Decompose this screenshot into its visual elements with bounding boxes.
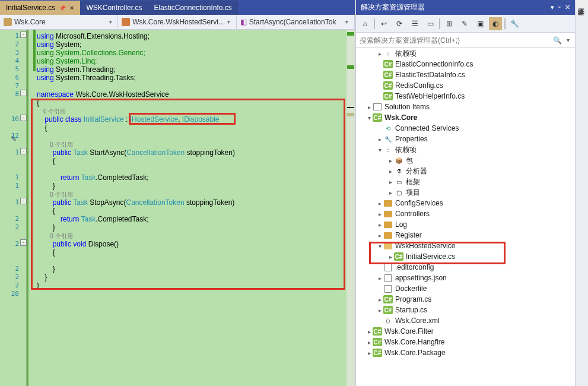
code-line[interactable]: 0 个引用	[37, 140, 73, 149]
showall-icon[interactable]: ⊞	[443, 17, 456, 30]
editor-tab[interactable]: InitialService.cs📌✕	[0, 1, 80, 15]
diagnostics-tab[interactable]: 诊断工具	[576, 0, 587, 7]
tree-node[interactable]: C#Startup.cs	[356, 305, 575, 315]
tree-node[interactable]: C#Program.cs	[356, 294, 575, 305]
expand-toggle[interactable]	[376, 307, 383, 314]
tree-node[interactable]: ▢项目	[356, 187, 575, 198]
code-line[interactable]: public Task StartAsync(CancellationToken…	[37, 148, 235, 157]
expand-toggle[interactable]	[376, 232, 383, 239]
expand-toggle[interactable]	[365, 350, 373, 356]
code-line[interactable]: namespace Wsk.Core.WskHostedService	[37, 90, 169, 99]
tree-node[interactable]: C#ElasticTestDataInfo.cs	[356, 69, 575, 80]
home-icon[interactable]: ⌂	[358, 17, 371, 30]
solution-tree[interactable]: ⛬依赖项C#ElasticConnectionInfo.csC#ElasticT…	[356, 48, 575, 386]
tree-node[interactable]: ⟲Connected Services	[356, 123, 575, 134]
editor-tab[interactable]: WSKController.cs	[80, 1, 148, 15]
tree-node[interactable]: 📦包	[356, 155, 575, 166]
fold-toggle[interactable]: -	[20, 148, 27, 154]
code-line[interactable]: }	[37, 182, 55, 190]
expand-toggle[interactable]	[376, 275, 383, 281]
code-line[interactable]: 0 个引用	[37, 232, 73, 241]
close-icon[interactable]: ✕	[69, 5, 74, 11]
wrench-icon[interactable]: 🔧	[508, 17, 521, 30]
code-editor[interactable]: ✎ using Microsoft.Extensions.Hosting;usi…	[0, 30, 355, 386]
code-line[interactable]: {	[37, 248, 55, 257]
expand-toggle[interactable]	[387, 179, 394, 185]
expand-toggle[interactable]	[365, 339, 373, 346]
solution-search[interactable]: 🔍 ▾	[356, 33, 575, 48]
expand-toggle[interactable]	[376, 211, 383, 217]
expand-toggle[interactable]	[387, 168, 394, 175]
tree-node[interactable]: Register	[356, 230, 575, 241]
expand-toggle[interactable]	[387, 254, 394, 260]
collapse-icon[interactable]: ▣	[473, 17, 487, 30]
pin-icon[interactable]: 📌	[59, 5, 66, 11]
code-line[interactable]: }	[37, 265, 55, 273]
code-line[interactable]: using System;	[37, 40, 81, 49]
code-line[interactable]: using Microsoft.Extensions.Hosting;	[37, 32, 150, 40]
code-line[interactable]: }	[37, 273, 47, 281]
expand-toggle[interactable]	[376, 200, 383, 207]
expand-toggle[interactable]	[365, 104, 373, 110]
code-line[interactable]: 0 个引用	[37, 190, 73, 199]
preview-icon[interactable]: ◐	[489, 17, 502, 30]
sync-icon[interactable]: ⟳	[393, 17, 406, 30]
tree-node[interactable]: C#Wsk.Core.Package	[356, 347, 575, 358]
tree-node[interactable]: ⛬依赖项	[356, 48, 575, 59]
search-icon[interactable]: 🔍	[553, 36, 562, 45]
code-line[interactable]: using System.Linq;	[37, 57, 97, 65]
code-line[interactable]: {	[37, 124, 47, 132]
fold-toggle[interactable]: -	[20, 198, 27, 204]
chevron-down-icon[interactable]: ▾	[564, 37, 571, 43]
tree-node[interactable]: C#Wsk.Core.Hangfire	[356, 337, 575, 347]
code-line[interactable]: }	[37, 281, 39, 290]
tree-node[interactable]: ⟨⟩Wsk.Core.xml	[356, 315, 575, 326]
tree-node[interactable]: ▭框架	[356, 176, 575, 187]
editor-tab[interactable]: ElasticConnectionInfo.cs	[148, 1, 237, 15]
vertical-scrollbar[interactable]	[347, 30, 355, 386]
tree-node[interactable]: C#RedisConfig.cs	[356, 80, 575, 91]
tree-node[interactable]: appsettings.json	[356, 273, 575, 283]
code-line[interactable]: public class InitialService : IHostedSer…	[37, 115, 220, 124]
code-line[interactable]: return Task.CompletedTask;	[37, 173, 149, 182]
expand-toggle[interactable]	[376, 243, 383, 249]
close-icon[interactable]: ✕	[565, 4, 570, 11]
tree-node[interactable]: Log	[356, 219, 575, 230]
doc-icon[interactable]: ▭	[424, 17, 437, 30]
expand-toggle[interactable]	[387, 157, 394, 164]
code-line[interactable]: public void Dispose()	[37, 240, 119, 248]
code-line[interactable]: using System.Collections.Generic;	[37, 49, 145, 57]
tree-node[interactable]: 🔧Properties	[356, 134, 575, 144]
nav-project-dd[interactable]: Wsk.Core▾	[0, 15, 118, 29]
pin-icon[interactable]: ⁃	[558, 4, 561, 11]
code-line[interactable]: using System.Threading.Tasks;	[37, 74, 136, 82]
code-line[interactable]: {	[37, 99, 39, 107]
tree-node[interactable]: Solution Items	[356, 102, 575, 112]
tree-node[interactable]: ⚗分析器	[356, 166, 575, 176]
tree-node[interactable]: C#Wsk.Core.Filter	[356, 326, 575, 337]
code-line[interactable]: return Task.CompletedTask;	[37, 215, 149, 223]
tree-node[interactable]: C#TestWebHelperInfo.cs	[356, 91, 575, 102]
expand-toggle[interactable]	[387, 189, 394, 196]
fold-toggle[interactable]: -	[20, 239, 27, 246]
search-input[interactable]	[360, 36, 553, 45]
expand-toggle[interactable]	[376, 147, 383, 153]
tree-node[interactable]: C#ElasticConnectionInfo.cs	[356, 59, 575, 69]
code-line[interactable]: {	[37, 157, 55, 165]
code-line[interactable]: using System.Threading;	[37, 65, 116, 74]
code-line[interactable]	[37, 132, 53, 140]
props-icon[interactable]: ✎	[458, 17, 471, 30]
tree-node[interactable]: .editorconfig	[356, 262, 575, 273]
nav-member-dd[interactable]: ◧StartAsync(CancellationTok▾	[237, 15, 355, 29]
fold-toggle[interactable]: -	[20, 31, 27, 38]
expand-toggle[interactable]	[376, 50, 383, 57]
expand-toggle[interactable]	[365, 115, 373, 121]
expand-toggle[interactable]	[376, 296, 383, 303]
back-icon[interactable]: ↩	[377, 17, 390, 30]
tree-node[interactable]: C#Wsk.Core	[356, 112, 575, 123]
tree-node[interactable]: Dockerfile	[356, 283, 575, 294]
code-line[interactable]: public Task StopAsync(CancellationToken …	[37, 198, 234, 207]
dropdown-icon[interactable]: ▾	[551, 4, 554, 11]
code-line[interactable]: {	[37, 207, 55, 215]
tree-node[interactable]: Controllers	[356, 208, 575, 219]
